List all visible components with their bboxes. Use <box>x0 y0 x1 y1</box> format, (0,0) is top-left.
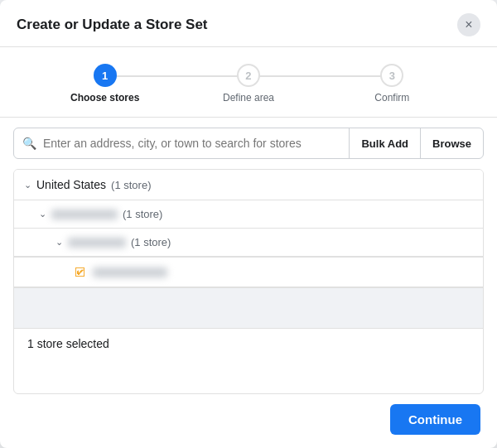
modal-header: Create or Update a Store Set × <box>0 0 497 47</box>
search-input-wrapper: 🔍 <box>14 130 349 157</box>
level1-count: (1 store) <box>123 208 162 220</box>
level1-label-blurred <box>51 210 118 219</box>
modal-footer: Continue <box>0 394 497 448</box>
tree-item-us: ⌄ United States (1 store) <box>14 170 483 200</box>
modal-container: Create or Update a Store Set × 1 Choose … <box>0 0 497 448</box>
us-count: (1 store) <box>111 179 151 191</box>
step-label-3: Confirm <box>374 92 409 104</box>
modal-title: Create or Update a Store Set <box>17 17 208 33</box>
chevron-level2: ⌄ <box>55 237 63 248</box>
level2-label-blurred <box>68 238 126 248</box>
bulk-add-button[interactable]: Bulk Add <box>350 131 420 157</box>
list-footer: 1 store selected <box>14 328 483 359</box>
step-choose-stores: 1 Choose stores <box>33 64 176 104</box>
tree-row-leaf[interactable]: 🗹 <box>14 258 483 287</box>
search-section: 🔍 Bulk Add Browse <box>0 118 497 159</box>
chevron-us: ⌄ <box>24 180 31 190</box>
step-label-2: Define area <box>223 92 274 104</box>
step-circle-2: 2 <box>237 64 260 87</box>
tree-item-level2: ⌄ (1 store) <box>14 229 483 258</box>
close-button[interactable]: × <box>457 13 480 36</box>
us-label: United States <box>36 178 106 191</box>
tree-row-level1[interactable]: ⌄ (1 store) <box>14 200 483 228</box>
level2-count: (1 store) <box>131 236 171 248</box>
step-confirm: 3 Confirm <box>321 64 464 104</box>
chevron-level1: ⌄ <box>39 209 46 219</box>
tree-item-level1: ⌄ (1 store) <box>14 200 483 229</box>
step-circle-3: 3 <box>380 64 403 87</box>
search-input[interactable] <box>43 137 340 150</box>
step-define-area: 2 Define area <box>176 64 320 104</box>
selected-count: 1 store selected <box>27 337 109 350</box>
search-bar: 🔍 Bulk Add Browse <box>13 128 484 159</box>
browse-button[interactable]: Browse <box>421 131 483 157</box>
empty-area <box>14 288 483 328</box>
tree-row-level2[interactable]: ⌄ (1 store) <box>14 229 483 257</box>
location-icon: 🗹 <box>74 265 86 279</box>
search-icon: 🔍 <box>22 137 36 150</box>
stepper: 1 Choose stores 2 Define area 3 Confirm <box>0 47 497 118</box>
store-tree: ⌄ United States (1 store) ⌄ (1 store) ⌄ … <box>13 169 484 394</box>
leaf-label-blurred <box>93 267 167 277</box>
continue-button[interactable]: Continue <box>390 404 480 435</box>
step-circle-1: 1 <box>94 64 117 87</box>
tree-row-us[interactable]: ⌄ United States (1 store) <box>14 170 483 200</box>
step-label-1: Choose stores <box>70 92 139 104</box>
tree-item-leaf: 🗹 <box>14 258 483 288</box>
